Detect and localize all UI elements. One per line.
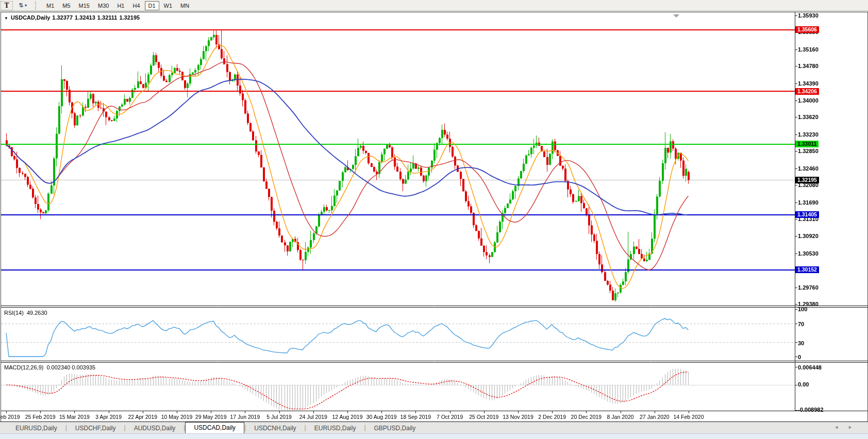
rsi-title: RSI(14) — [4, 310, 24, 316]
rsi-level-label-0: 0 — [798, 354, 801, 360]
text-tool-button[interactable]: T — [1, 1, 13, 10]
macd-values: 0.002340 0.003935 — [46, 364, 95, 370]
tab-usdcad-daily[interactable]: USDCAD,Daily — [185, 422, 244, 433]
tab-eurusd-daily[interactable]: EURUSD,Daily — [306, 424, 364, 433]
date-tick-label: 30 Aug 2019 — [366, 414, 397, 420]
timeframe-button-d1[interactable]: D1 — [145, 1, 159, 10]
hline-price-badge: 1.35606 — [795, 26, 819, 33]
price-tick-label: 1.34000 — [798, 97, 819, 104]
timeframe-button-h4[interactable]: H4 — [129, 1, 143, 10]
date-tick-label: 24 Jul 2019 — [299, 414, 327, 420]
hline-price-badge: 1.31405 — [795, 211, 819, 218]
date-tick-label: 17 Jun 2019 — [230, 414, 260, 420]
price-tick-label: 1.34390 — [798, 80, 819, 87]
price-tick-label: 1.31690 — [798, 199, 819, 206]
timeframe-button-m5[interactable]: M5 — [59, 1, 74, 10]
date-tick-label: 25 Feb 2019 — [25, 414, 56, 420]
rsi-header: RSI(14)49.2630 — [4, 310, 47, 316]
price-tick-label: 1.30530 — [798, 250, 819, 257]
hline-price-badge: 1.30152 — [795, 266, 819, 273]
chevron-down-icon: ▾ — [25, 3, 27, 8]
price-tick-label: 1.32460 — [798, 165, 819, 172]
date-tick-label: 8 Jan 2020 — [607, 414, 634, 420]
date-tick-label: 7 Oct 2019 — [437, 414, 463, 420]
ohlc-open: 1.32377 — [52, 14, 73, 21]
ohlc-low: 1.32111 — [97, 14, 118, 21]
tab-scroll-left-button[interactable]: ◄ — [834, 425, 848, 430]
macd-axis-label-zero: 0.00 — [798, 381, 809, 387]
toolbar-grip[interactable] — [35, 2, 38, 10]
date-tick-label: 27 Jan 2020 — [640, 414, 670, 420]
price-tick-label: 1.29380 — [798, 301, 819, 307]
hline-price-badge: 1.34206 — [795, 88, 819, 95]
timeframe-button-h1[interactable]: H1 — [113, 1, 128, 10]
macd-axis-label-bottom: -0.008982 — [798, 407, 824, 413]
tab-usdcnh-daily[interactable]: USDCNH,Daily — [246, 424, 304, 433]
date-tick-label: 6 Feb 2019 — [0, 414, 20, 420]
price-tick-label: 1.35930 — [798, 12, 819, 19]
ohlc-close: 1.32195 — [119, 14, 140, 21]
ohlc-high: 1.32413 — [75, 14, 95, 21]
tab-items: EURUSD,Daily|USDCHF,Daily|AUDUSD,Daily|U… — [7, 422, 424, 433]
symbol-dropdown-icon[interactable]: ▼ — [4, 16, 8, 21]
price-tick-label: 1.35160 — [798, 46, 819, 53]
chart-tab-bar: EURUSD,Daily|USDCHF,Daily|AUDUSD,Daily|U… — [0, 421, 868, 433]
date-tick-label: 2 Dec 2019 — [538, 414, 566, 420]
date-tick-label: 3 Apr 2019 — [95, 414, 122, 420]
date-tick-label: 15 Mar 2019 — [59, 414, 90, 420]
date-tick-label: 10 May 2019 — [161, 414, 193, 420]
tab-audusd-daily[interactable]: AUDUSD,Daily — [126, 424, 184, 433]
timeframe-button-m1[interactable]: M1 — [43, 1, 58, 10]
chart-window: ▼USDCAD,Daily1.323771.324131.321111.3219… — [1, 12, 868, 422]
hline-price-badge: 1.33011 — [795, 141, 819, 147]
tab-scroll-arrows: ◄► — [834, 425, 862, 430]
date-tick-label: 5 Jul 2019 — [266, 414, 291, 420]
date-tick-label: 18 Sep 2019 — [400, 414, 431, 420]
date-tick-label: 20 Dec 2019 — [571, 414, 602, 420]
price-tick-label: 1.33620 — [798, 114, 819, 120]
rsi-value: 49.2630 — [27, 310, 47, 316]
macd-axis-label-top: 0.006448 — [798, 364, 822, 370]
date-tick-label: 25 Oct 2019 — [469, 414, 498, 420]
cycle-icon: ⇅ — [19, 2, 23, 9]
date-tick-label: 22 Apr 2019 — [128, 414, 157, 420]
tab-eurusd-daily[interactable]: EURUSD,Daily — [7, 424, 65, 433]
symbol-label: USDCAD,Daily — [11, 14, 50, 21]
timeframe-button-group: M1M5M15M30H1H4D1W1MN — [42, 1, 193, 10]
tab-scroll-right-button[interactable]: ► — [848, 425, 862, 430]
main-chart-header: ▼USDCAD,Daily1.323771.324131.321111.3219… — [4, 14, 142, 21]
date-tick-label: 29 May 2019 — [195, 414, 227, 420]
date-tick-label: 13 Nov 2019 — [503, 414, 533, 420]
macd-header: MACD(12,26,9)0.002340 0.003935 — [4, 364, 95, 370]
price-tick-label: 1.30920 — [798, 233, 819, 239]
rsi-level-label-70: 70 — [798, 321, 804, 327]
date-tick-label: 12 Aug 2019 — [332, 414, 363, 420]
timeframe-button-w1[interactable]: W1 — [160, 1, 176, 10]
price-tick-label: 1.33230 — [798, 131, 819, 138]
current-price-badge: 1.32195 — [795, 177, 819, 183]
timeframe-button-m15[interactable]: M15 — [75, 1, 93, 10]
price-tick-label: 1.34780 — [798, 63, 819, 69]
top-toolbar: T ⇅ ▾ M1M5M15M30H1H4D1W1MN — [0, 0, 868, 11]
cycle-symbols-button[interactable]: ⇅ ▾ — [14, 1, 31, 10]
tab-gbpusd-daily[interactable]: GBPUSD,Daily — [366, 424, 424, 433]
macd-title: MACD(12,26,9) — [4, 364, 43, 370]
timeframe-button-mn[interactable]: MN — [177, 1, 193, 10]
price-tick-label: 1.29760 — [798, 284, 819, 291]
price-tick-label: 1.32850 — [798, 148, 819, 154]
rsi-level-label-30: 30 — [798, 340, 804, 346]
tab-usdchf-daily[interactable]: USDCHF,Daily — [67, 424, 124, 433]
status-bar — [0, 433, 868, 439]
date-tick-label: 14 Feb 2020 — [674, 414, 704, 420]
chart-canvas[interactable] — [1, 12, 867, 421]
timeframe-button-m30[interactable]: M30 — [94, 1, 112, 10]
